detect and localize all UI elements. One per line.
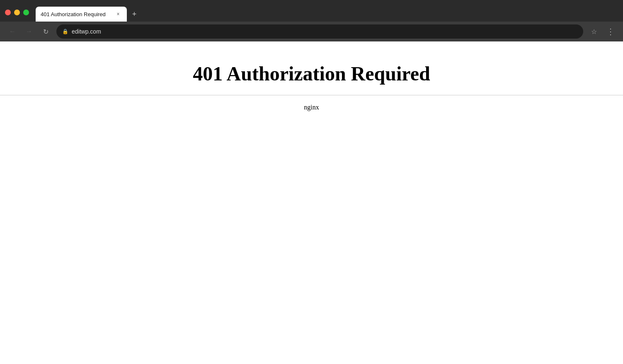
title-bar: 401 Authorization Required × +	[0, 0, 623, 22]
maximize-button[interactable]	[23, 10, 29, 15]
page-content: 401 Authorization Required nginx	[0, 41, 623, 364]
lock-icon: 🔒	[62, 29, 68, 34]
tabs-area: 401 Authorization Required × +	[36, 3, 618, 22]
reload-button[interactable]: ↻	[40, 26, 51, 37]
tab-title: 401 Authorization Required	[41, 11, 111, 17]
close-button[interactable]	[5, 10, 11, 15]
bookmark-button[interactable]: ☆	[588, 26, 600, 37]
url-bar[interactable]: 🔒 editwp.com	[56, 24, 583, 39]
url-text: editwp.com	[72, 28, 577, 35]
menu-button[interactable]: ⋮	[605, 26, 616, 37]
error-heading: 401 Authorization Required	[0, 62, 623, 85]
active-tab[interactable]: 401 Authorization Required ×	[36, 7, 127, 22]
address-bar: ← → ↻ 🔒 editwp.com ☆ ⋮	[0, 22, 623, 41]
forward-button[interactable]: →	[23, 26, 35, 37]
error-page: 401 Authorization Required nginx	[0, 41, 623, 111]
new-tab-button[interactable]: +	[128, 8, 140, 20]
server-info: nginx	[0, 104, 623, 111]
tab-close-button[interactable]: ×	[114, 10, 122, 18]
minimize-button[interactable]	[14, 10, 20, 15]
browser-chrome: 401 Authorization Required × + ← → ↻ 🔒 e…	[0, 0, 623, 41]
window-controls	[5, 10, 29, 15]
divider	[0, 95, 623, 95]
back-button[interactable]: ←	[7, 26, 18, 37]
